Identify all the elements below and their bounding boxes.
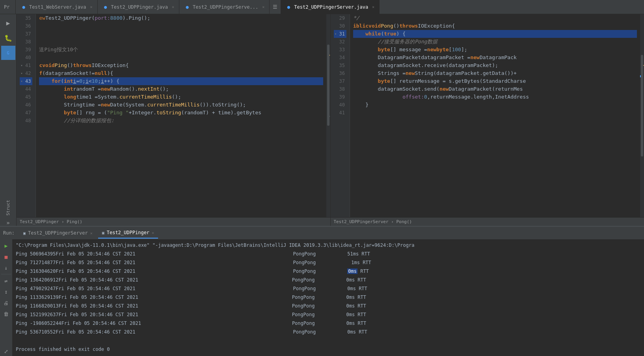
java-file-icon: ● [20, 4, 27, 10]
console-area: ▶ ■ ↓ ⇌ ↧ 🖨 🗑 ⤢ "C:\Program Files\Java\j… [0, 239, 644, 356]
gutter-line-46: 46 [20, 101, 32, 109]
pinger-tab-label: Test2_UDPPinger [107, 230, 149, 235]
r-gutter-line-38: 38 [334, 85, 346, 93]
line-num: 39 [25, 46, 31, 54]
tab-label2: Test2_UDPPinger.java [111, 4, 168, 10]
left-sidebar: ▶ 🐛 G Struct » [0, 14, 17, 226]
fold-icon-r40[interactable] [334, 103, 338, 107]
run-tab-server[interactable]: ▣ Test2_UDPPingerServer ✕ [19, 227, 97, 239]
highlighted-rtt: 0ms [347, 268, 357, 274]
right-scroll-indicator[interactable] [640, 14, 644, 217]
java-cmd: "C:\Program Files\Java\jdk-11.0.1\bin\ja… [16, 241, 414, 250]
left-code-view: 35 36 37 38 39 40 ▾ 41 ▾ 42 ▾ [17, 14, 330, 217]
line-num: 37 [25, 30, 31, 38]
r-gutter-line-33: 33 [334, 46, 346, 54]
tab-test2-udppingerserve[interactable]: ● Test2_UDPPingerServe... ✕ [179, 0, 270, 14]
tab-close-icon4[interactable]: ✕ [372, 5, 374, 9]
editor-area: ▶ 🐛 G Struct » 35 36 37 38 39 40 ▾ 41 [0, 14, 644, 226]
gutter-line-38: 38 [20, 38, 32, 46]
r-gutter-line-37: 37 [334, 77, 346, 85]
r-code-line-33: byte[] message = new byte[100]; [353, 46, 637, 54]
fold-icon-41[interactable]: ▾ [20, 63, 24, 67]
run-tab-pinger[interactable]: ▣ Test2_UDPPinger ✕ [98, 227, 158, 239]
line-num: 44 [25, 85, 31, 93]
print-button[interactable]: 🖨 [2, 298, 11, 308]
left-breadcrumb: Test2_UDPPinger › Ping() [17, 217, 330, 226]
left-gutter: 35 36 37 38 39 40 ▾ 41 ▾ 42 ▾ [17, 14, 36, 217]
left-scroll-indicator[interactable] [326, 14, 330, 217]
expand-button[interactable]: ⤢ [2, 347, 11, 356]
console-cmd-line: "C:\Program Files\Java\jdk-11.0.1\bin\ja… [16, 241, 641, 250]
line-num: 43 [25, 77, 31, 85]
gutter-line-37: 37 [20, 30, 32, 38]
console-divider [1, 274, 11, 274]
r-code-line-35: datagramSocket.receive(datagramPacket); [353, 62, 637, 69]
r-code-line-40: } [353, 101, 637, 109]
tab-test1-webserver[interactable]: ● Test1_WebServer.java ✕ [16, 0, 98, 14]
left-code-content[interactable]: ew Test2_UDPPinger( port: 8800).Ping(); … [36, 14, 326, 217]
code-line-48: //分详细的数据报包: [39, 117, 323, 125]
line-num: 37 [339, 77, 345, 85]
code-line-38 [39, 38, 323, 46]
right-breadcrumb: Test2_UDPPingerServer › Pong() [331, 217, 644, 226]
tab-overflow-button[interactable]: ☰ [270, 4, 281, 10]
console-output-line-8: Ping 1521992637Fri Feb 05 20:54:46 CST 2… [16, 310, 641, 319]
tab-test2-udppingerserver[interactable]: ● Test2_UDPPingerServer.java ✕ [281, 0, 380, 14]
tab-close-icon3[interactable]: ✕ [262, 5, 264, 9]
gutter-line-40: 40 [20, 54, 32, 62]
right-code-content[interactable]: */ iblic void Pong() throws IOException … [350, 14, 640, 217]
console-output-line-2: Ping 712714877Fri Feb 05 20:54:46 CST 20… [16, 258, 641, 267]
console-output-line-4: Ping 1364206912Fri Feb 05 20:54:46 CST 2… [16, 276, 641, 284]
scroll-down-button[interactable]: ↓ [2, 263, 11, 272]
collapse-sidebar-button[interactable]: » [6, 220, 9, 226]
server-tab-close[interactable]: ✕ [90, 231, 93, 235]
line-num: 46 [25, 101, 31, 109]
r-code-line-32: //接受服务器的Pong数据 [353, 38, 637, 46]
stop-button[interactable]: ■ [2, 252, 11, 261]
r-gutter-line-30: 30 [334, 22, 346, 30]
filter-button[interactable]: ↧ [2, 287, 11, 296]
code-line-35: ew Test2_UDPPinger( port: 8800).Ping(); [39, 14, 323, 22]
debug-button[interactable]: 🐛 [1, 31, 15, 45]
fold-icon-42[interactable]: ▾ [20, 71, 24, 75]
project-icon: Pr [4, 4, 9, 10]
struct-label: Struct [6, 197, 11, 219]
line-num: 30 [339, 22, 345, 30]
r-code-line-29: */ [353, 14, 637, 22]
line-num: 36 [339, 69, 345, 77]
project-tab[interactable]: Pr [0, 0, 16, 14]
gutter-line-36: 36 [20, 22, 32, 30]
console-output-line-3: Ping 316304620Fri Feb 05 20:54:46 CST 20… [16, 267, 641, 276]
editors-container: 35 36 37 38 39 40 ▾ 41 ▾ 42 ▾ [17, 14, 644, 226]
code-line-42: f(datagramSocket!=null){ [39, 69, 323, 77]
console-empty-line [16, 336, 641, 345]
line-num: 40 [339, 101, 345, 109]
pinger-tab-close[interactable]: ✕ [152, 231, 154, 235]
code-line-40 [39, 54, 323, 62]
console-output[interactable]: "C:\Program Files\Java\jdk-11.0.1\bin\ja… [13, 239, 644, 356]
right-editor-pane: 29 30 ▾ 31 32 33 34 35 36 37 38 39 [331, 14, 644, 226]
tab-close-icon2[interactable]: ✕ [172, 5, 174, 9]
coverage-button[interactable]: G [1, 46, 15, 60]
clear-button[interactable]: 🗑 [2, 309, 11, 319]
fold-icon-r31[interactable]: ▾ [334, 32, 338, 36]
run-label: Run: [3, 230, 15, 236]
code-line-43: for(int i=0;i<10;i++) { [39, 77, 323, 85]
server-tab-icon: ▣ [23, 231, 26, 235]
r-code-line-41 [353, 109, 637, 117]
tab-test2-udppinger[interactable]: ● Test2_UDPPinger.java ✕ [98, 0, 180, 14]
pinger-tab-icon: ▣ [102, 231, 104, 235]
gutter-line-39: 39 [20, 46, 32, 54]
run-button[interactable]: ▶ [1, 16, 15, 30]
gutter-line-45: 45 [20, 93, 32, 101]
tab-close-icon[interactable]: ✕ [90, 5, 93, 9]
code-line-39: 送Ping报文10个 [39, 46, 323, 54]
r-gutter-line-40: 40 [334, 101, 346, 109]
play-button[interactable]: ▶ [2, 241, 11, 250]
tab-bar: Pr ● Test1_WebServer.java ✕ ● Test2_UDPP… [0, 0, 644, 14]
right-code-view: 29 30 ▾ 31 32 33 34 35 36 37 38 39 [331, 14, 644, 217]
line-num: 41 [339, 109, 345, 117]
console-output-line-5: Ping 479029247Fri Feb 05 20:54:46 CST 20… [16, 284, 641, 293]
wrap-button[interactable]: ⇌ [2, 276, 11, 285]
fold-icon-43[interactable]: ▾ [20, 79, 24, 83]
